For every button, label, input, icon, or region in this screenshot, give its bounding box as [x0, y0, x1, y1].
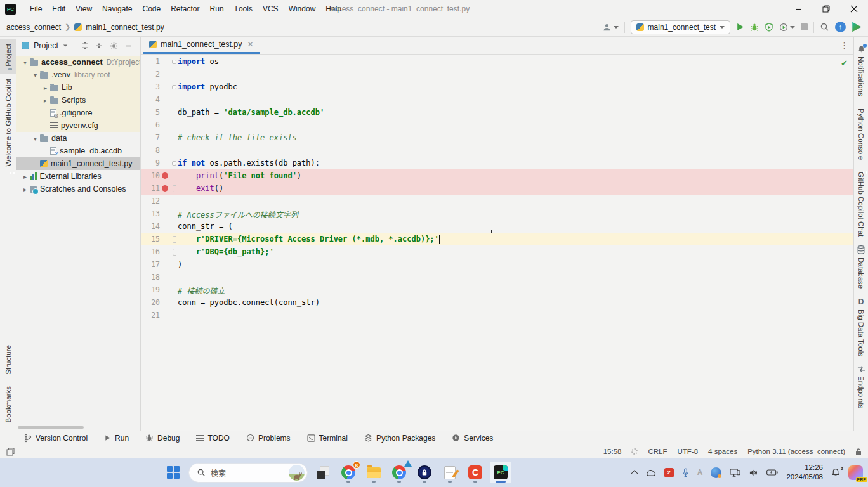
collapse-all-button[interactable] — [92, 42, 106, 49]
menu-tools[interactable]: Tools — [229, 0, 258, 18]
toolwindow-button-todo[interactable]: TODO — [196, 434, 229, 443]
debug-button[interactable] — [750, 23, 759, 32]
fold-marker[interactable] — [170, 161, 178, 166]
battery-icon[interactable] — [766, 469, 778, 476]
taskbar-app-explorer[interactable] — [363, 462, 385, 483]
line-number[interactable]: 10 — [141, 171, 160, 180]
accessibility-tray-icon[interactable]: A — [697, 468, 703, 477]
tree-chevron-icon[interactable]: ▸ — [20, 173, 30, 180]
tray-app-icon[interactable] — [711, 467, 721, 478]
line-number[interactable]: 13 — [141, 209, 160, 218]
line-number[interactable]: 14 — [141, 222, 160, 231]
run-with-coverage-button[interactable] — [765, 23, 773, 32]
tool-window-tab-github-copilot-chat[interactable]: GitHub Copilot Chat — [857, 164, 865, 241]
python-interpreter[interactable]: Python 3.11 (access_connect) — [747, 448, 845, 455]
menu-code[interactable]: Code — [137, 0, 166, 18]
tool-window-tab-project[interactable]: Project — [0, 39, 16, 74]
toolwindow-button-python-packages[interactable]: Python Packages — [364, 434, 435, 443]
taskbar-app-drive[interactable] — [388, 462, 410, 483]
tool-window-tab-bookmarks[interactable]: Bookmarks — [4, 382, 12, 431]
menu-window[interactable]: Window — [284, 0, 321, 18]
tree-item--venv[interactable]: ▾.venvlibrary root — [16, 68, 140, 81]
code-line-5[interactable]: 5db_path = 'data/sample_db.accdb' — [141, 106, 853, 119]
code-line-16[interactable]: 16 r'DBQ={db_path};' — [141, 245, 853, 258]
taskbar-app-chrome[interactable]: k — [338, 462, 359, 483]
taskbar-app-notepad[interactable] — [439, 462, 461, 483]
code-line-8[interactable]: 8 — [141, 144, 853, 157]
tree-item-access-connect[interactable]: ▾access_connectD:¥projects¥e — [16, 56, 140, 68]
line-number[interactable]: 1 — [141, 57, 160, 66]
fold-marker[interactable] — [170, 185, 178, 192]
code-line-18[interactable]: 18 — [141, 271, 853, 283]
toolwindow-button-terminal[interactable]: Terminal — [307, 434, 348, 443]
code-line-19[interactable]: 19# 接続の確立 — [141, 283, 853, 296]
code-line-6[interactable]: 6 — [141, 119, 853, 131]
caret-position[interactable]: 15:58 — [603, 448, 622, 455]
tree-chevron-icon[interactable]: ▾ — [30, 72, 40, 79]
code-line-17[interactable]: 17) — [141, 258, 853, 271]
tree-item-sample-db-accdb[interactable]: ?sample_db.accdb — [16, 145, 140, 157]
tool-window-tab-welcome-to-github-copilot[interactable]: Welcome to GitHub Copilot — [4, 74, 12, 174]
code-line-13[interactable]: 13# Accessファイルへの接続文字列 — [141, 207, 853, 220]
tree-item--gitignore[interactable]: ⊘.gitignore — [16, 107, 140, 119]
stop-button[interactable] — [801, 23, 808, 30]
onedrive-icon[interactable] — [645, 469, 656, 476]
line-number[interactable]: 2 — [141, 70, 160, 79]
toolwindow-button-problems[interactable]: Problems — [246, 434, 291, 443]
menu-navigate[interactable]: Navigate — [97, 0, 137, 18]
tree-chevron-icon[interactable]: ▸ — [20, 186, 30, 193]
line-number[interactable]: 18 — [141, 273, 160, 282]
file-encoding[interactable]: UTF-8 — [678, 448, 699, 455]
line-number[interactable]: 7 — [141, 133, 160, 142]
line-number[interactable]: 6 — [141, 120, 160, 129]
code-line-1[interactable]: 1import os — [141, 55, 853, 68]
tree-item-pyvenv-cfg[interactable]: pyvenv.cfg — [16, 119, 140, 132]
tab-close-icon[interactable]: ✕ — [247, 40, 254, 49]
tree-chevron-icon[interactable]: ▾ — [30, 135, 40, 142]
ide-update-button[interactable]: ↑ — [835, 22, 846, 32]
line-number[interactable]: 15 — [141, 235, 160, 244]
menu-refactor[interactable]: Refactor — [166, 0, 204, 18]
tree-chevron-icon[interactable]: ▾ — [20, 59, 30, 66]
menu-edit[interactable]: Edit — [47, 0, 70, 18]
volume-icon[interactable] — [749, 469, 758, 477]
tree-chevron-icon[interactable]: ▸ — [41, 84, 50, 91]
tree-item-scratches-and-consoles[interactable]: ▸Scratches and Consoles — [16, 183, 140, 195]
line-number[interactable]: 16 — [141, 247, 160, 256]
copilot-taskbar-icon[interactable]: PRE — [848, 465, 863, 480]
plugin-icon[interactable] — [852, 22, 862, 32]
profiler-button[interactable] — [779, 23, 795, 32]
line-number[interactable]: 3 — [141, 82, 160, 91]
fold-marker[interactable] — [170, 236, 178, 243]
code-line-10[interactable]: 10 print('File not found') — [141, 169, 853, 182]
run-configuration-select[interactable]: main1_connect_test — [631, 20, 730, 34]
hide-panel-button[interactable] — [122, 42, 135, 49]
tree-item-external-libraries[interactable]: ▸External Libraries — [16, 170, 140, 183]
line-number[interactable]: 21 — [141, 311, 160, 320]
menu-vcs[interactable]: VCS — [258, 0, 284, 18]
code-line-12[interactable]: 12 — [141, 195, 853, 207]
line-number[interactable]: 4 — [141, 95, 160, 104]
microphone-icon[interactable] — [682, 468, 689, 477]
display-cast-icon[interactable] — [730, 468, 740, 477]
breakpoint-gutter[interactable] — [160, 185, 170, 192]
search-highlight-image[interactable] — [289, 465, 305, 481]
code-line-9[interactable]: 9if not os.path.exists(db_path): — [141, 157, 853, 169]
tool-window-tab-python-console[interactable]: Python Console — [857, 101, 865, 164]
code-line-11[interactable]: 11 exit() — [141, 182, 853, 195]
chevron-down-icon[interactable] — [63, 44, 67, 46]
taskbar-search-box[interactable]: 検索 — [188, 463, 308, 483]
breakpoint-icon[interactable] — [162, 172, 168, 179]
breadcrumb-project[interactable]: access_connect — [6, 23, 61, 32]
line-number[interactable]: 12 — [141, 197, 160, 205]
layout-settings-icon[interactable] — [6, 448, 15, 456]
fold-marker[interactable] — [170, 85, 178, 89]
code-line-7[interactable]: 7# check if the file exists — [141, 131, 853, 144]
line-number[interactable]: 9 — [141, 159, 160, 167]
toolwindow-button-version-control[interactable]: Version Control — [24, 434, 88, 443]
taskbar-app-snip[interactable] — [312, 462, 334, 483]
breakpoint-icon[interactable] — [162, 185, 168, 192]
fold-marker[interactable] — [170, 60, 178, 64]
readonly-lock-icon[interactable] — [855, 448, 862, 456]
tree-item-data[interactable]: ▾data — [16, 132, 140, 145]
